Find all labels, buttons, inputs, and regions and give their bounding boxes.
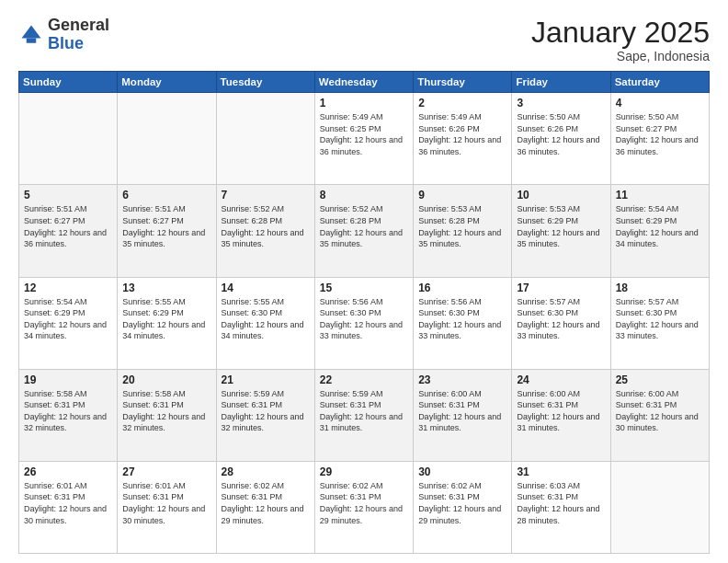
svg-marker-0 — [22, 25, 41, 38]
day-number: 10 — [517, 189, 605, 201]
day-info: Sunrise: 5:59 AMSunset: 6:31 PMDaylight:… — [320, 388, 408, 434]
day-info: Sunrise: 6:00 AMSunset: 6:31 PMDaylight:… — [616, 388, 704, 434]
calendar-cell: 29Sunrise: 6:02 AMSunset: 6:31 PMDayligh… — [314, 461, 413, 553]
day-number: 16 — [418, 282, 506, 294]
day-info: Sunrise: 6:00 AMSunset: 6:31 PMDaylight:… — [418, 388, 506, 434]
day-number: 20 — [122, 373, 210, 386]
calendar-cell: 27Sunrise: 6:01 AMSunset: 6:31 PMDayligh… — [118, 461, 216, 553]
calendar-cell: 4Sunrise: 5:50 AMSunset: 6:27 PMDaylight… — [610, 93, 709, 185]
calendar-week-row: 26Sunrise: 6:01 AMSunset: 6:31 PMDayligh… — [19, 461, 710, 553]
day-info: Sunrise: 6:02 AMSunset: 6:31 PMDaylight:… — [418, 480, 506, 526]
weekday-header-row: SundayMondayTuesdayWednesdayThursdayFrid… — [19, 72, 710, 93]
header: General Blue January 2025 Sape, Indonesi… — [18, 17, 710, 63]
day-number: 7 — [222, 189, 310, 201]
day-number: 25 — [616, 373, 704, 386]
calendar-cell: 3Sunrise: 5:50 AMSunset: 6:26 PMDaylight… — [512, 93, 610, 185]
calendar-cell: 19Sunrise: 5:58 AMSunset: 6:31 PMDayligh… — [19, 369, 118, 461]
day-number: 2 — [418, 97, 506, 109]
day-info: Sunrise: 5:52 AMSunset: 6:28 PMDaylight:… — [320, 203, 408, 249]
calendar-cell: 12Sunrise: 5:54 AMSunset: 6:29 PMDayligh… — [19, 277, 118, 369]
calendar-cell: 21Sunrise: 5:59 AMSunset: 6:31 PMDayligh… — [216, 369, 314, 461]
day-number: 5 — [24, 189, 112, 201]
svg-rect-1 — [27, 38, 37, 42]
day-number: 8 — [320, 189, 408, 201]
day-info: Sunrise: 6:01 AMSunset: 6:31 PMDaylight:… — [122, 480, 210, 526]
weekday-header-friday: Friday — [512, 72, 610, 93]
day-number: 26 — [24, 465, 112, 478]
day-number: 13 — [122, 282, 210, 294]
day-number: 22 — [320, 373, 408, 386]
calendar-cell: 17Sunrise: 5:57 AMSunset: 6:30 PMDayligh… — [512, 277, 610, 369]
day-info: Sunrise: 5:53 AMSunset: 6:29 PMDaylight:… — [517, 203, 605, 249]
day-info: Sunrise: 6:02 AMSunset: 6:31 PMDaylight:… — [320, 480, 408, 526]
calendar-week-row: 12Sunrise: 5:54 AMSunset: 6:29 PMDayligh… — [19, 277, 710, 369]
day-info: Sunrise: 5:58 AMSunset: 6:31 PMDaylight:… — [24, 388, 112, 434]
calendar-cell: 1Sunrise: 5:49 AMSunset: 6:25 PMDaylight… — [314, 93, 413, 185]
day-number: 30 — [418, 465, 506, 478]
calendar-cell: 22Sunrise: 5:59 AMSunset: 6:31 PMDayligh… — [314, 369, 413, 461]
day-info: Sunrise: 5:52 AMSunset: 6:28 PMDaylight:… — [222, 203, 310, 249]
day-info: Sunrise: 5:49 AMSunset: 6:26 PMDaylight:… — [418, 111, 506, 157]
day-number: 24 — [517, 373, 605, 386]
calendar-cell: 15Sunrise: 5:56 AMSunset: 6:30 PMDayligh… — [314, 277, 413, 369]
day-number: 6 — [122, 189, 210, 201]
calendar-cell: 28Sunrise: 6:02 AMSunset: 6:31 PMDayligh… — [216, 461, 314, 553]
day-info: Sunrise: 6:01 AMSunset: 6:31 PMDaylight:… — [24, 480, 112, 526]
logo-icon — [18, 22, 44, 48]
calendar-cell: 14Sunrise: 5:55 AMSunset: 6:30 PMDayligh… — [216, 277, 314, 369]
calendar-cell: 30Sunrise: 6:02 AMSunset: 6:31 PMDayligh… — [414, 461, 512, 553]
day-number: 18 — [616, 282, 704, 294]
day-number: 3 — [517, 97, 605, 109]
day-number: 29 — [320, 465, 408, 478]
calendar-cell: 18Sunrise: 5:57 AMSunset: 6:30 PMDayligh… — [610, 277, 709, 369]
day-info: Sunrise: 5:54 AMSunset: 6:29 PMDaylight:… — [616, 203, 704, 249]
calendar-week-row: 1Sunrise: 5:49 AMSunset: 6:25 PMDaylight… — [19, 93, 710, 185]
day-info: Sunrise: 5:56 AMSunset: 6:30 PMDaylight:… — [418, 296, 506, 342]
day-number: 14 — [222, 282, 310, 294]
calendar-cell — [610, 461, 709, 553]
page: General Blue January 2025 Sape, Indonesi… — [0, 0, 728, 563]
calendar-cell: 5Sunrise: 5:51 AMSunset: 6:27 PMDaylight… — [19, 185, 118, 277]
calendar-cell — [118, 93, 216, 185]
title-block: January 2025 Sape, Indonesia — [531, 17, 710, 63]
calendar-week-row: 19Sunrise: 5:58 AMSunset: 6:31 PMDayligh… — [19, 369, 710, 461]
calendar-cell — [19, 93, 118, 185]
weekday-header-thursday: Thursday — [414, 72, 512, 93]
calendar-cell: 20Sunrise: 5:58 AMSunset: 6:31 PMDayligh… — [118, 369, 216, 461]
day-info: Sunrise: 5:51 AMSunset: 6:27 PMDaylight:… — [122, 203, 210, 249]
weekday-header-sunday: Sunday — [19, 72, 118, 93]
day-number: 21 — [222, 373, 310, 386]
day-number: 17 — [517, 282, 605, 294]
day-info: Sunrise: 5:55 AMSunset: 6:30 PMDaylight:… — [222, 296, 310, 342]
calendar-cell: 6Sunrise: 5:51 AMSunset: 6:27 PMDaylight… — [118, 185, 216, 277]
day-number: 19 — [24, 373, 112, 386]
calendar-cell: 16Sunrise: 5:56 AMSunset: 6:30 PMDayligh… — [414, 277, 512, 369]
day-info: Sunrise: 5:59 AMSunset: 6:31 PMDaylight:… — [222, 388, 310, 434]
day-info: Sunrise: 5:51 AMSunset: 6:27 PMDaylight:… — [24, 203, 112, 249]
calendar-cell: 10Sunrise: 5:53 AMSunset: 6:29 PMDayligh… — [512, 185, 610, 277]
calendar-cell: 23Sunrise: 6:00 AMSunset: 6:31 PMDayligh… — [414, 369, 512, 461]
calendar-cell: 9Sunrise: 5:53 AMSunset: 6:28 PMDaylight… — [414, 185, 512, 277]
calendar-cell: 7Sunrise: 5:52 AMSunset: 6:28 PMDaylight… — [216, 185, 314, 277]
calendar-cell: 26Sunrise: 6:01 AMSunset: 6:31 PMDayligh… — [19, 461, 118, 553]
day-number: 11 — [616, 189, 704, 201]
day-number: 9 — [418, 189, 506, 201]
day-number: 4 — [616, 97, 704, 109]
day-info: Sunrise: 5:53 AMSunset: 6:28 PMDaylight:… — [418, 203, 506, 249]
calendar-cell: 2Sunrise: 5:49 AMSunset: 6:26 PMDaylight… — [414, 93, 512, 185]
logo-blue: Blue — [48, 34, 84, 52]
day-info: Sunrise: 6:03 AMSunset: 6:31 PMDaylight:… — [517, 480, 605, 526]
calendar-cell — [216, 93, 314, 185]
day-info: Sunrise: 5:57 AMSunset: 6:30 PMDaylight:… — [517, 296, 605, 342]
calendar-cell: 13Sunrise: 5:55 AMSunset: 6:29 PMDayligh… — [118, 277, 216, 369]
day-info: Sunrise: 5:50 AMSunset: 6:27 PMDaylight:… — [616, 111, 704, 157]
day-info: Sunrise: 5:55 AMSunset: 6:29 PMDaylight:… — [122, 296, 210, 342]
day-info: Sunrise: 5:56 AMSunset: 6:30 PMDaylight:… — [320, 296, 408, 342]
day-info: Sunrise: 5:58 AMSunset: 6:31 PMDaylight:… — [122, 388, 210, 434]
calendar-subtitle: Sape, Indonesia — [531, 49, 710, 63]
day-number: 23 — [418, 373, 506, 386]
calendar-cell: 24Sunrise: 6:00 AMSunset: 6:31 PMDayligh… — [512, 369, 610, 461]
day-number: 28 — [222, 465, 310, 478]
logo: General Blue — [18, 17, 109, 53]
day-info: Sunrise: 5:49 AMSunset: 6:25 PMDaylight:… — [320, 111, 408, 157]
